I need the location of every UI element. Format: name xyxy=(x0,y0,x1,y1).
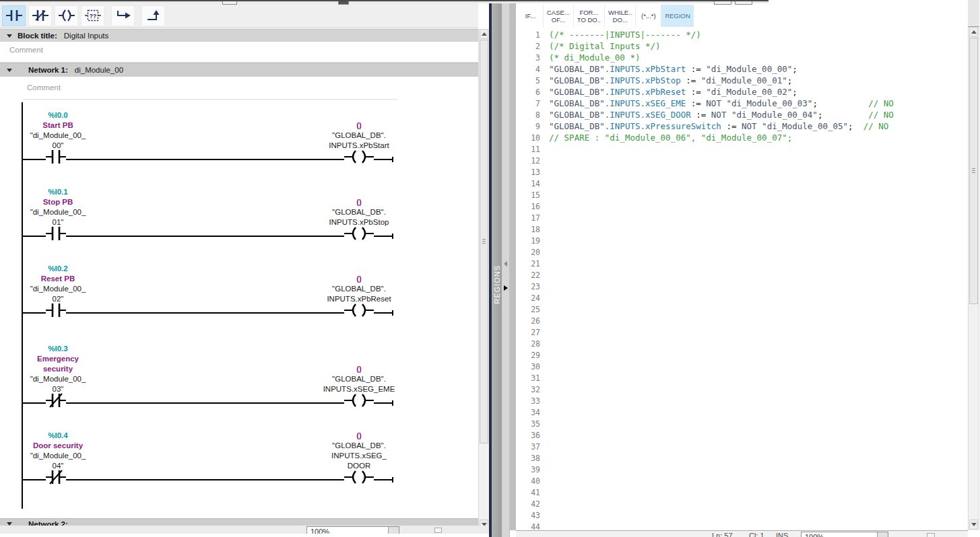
collapse-icon[interactable] xyxy=(7,34,12,38)
operand-tag[interactable]: 01" xyxy=(5,217,110,227)
coil-operand[interactable]: ()"GLOBAL_DB".INPUTS.xPbStart xyxy=(304,120,414,151)
coil-button[interactable] xyxy=(55,5,78,26)
scl-snippet-button-while[interactable]: WHILE..DO... xyxy=(605,5,636,27)
code-line[interactable]: 41 xyxy=(516,487,968,498)
nc-contact-symbol[interactable] xyxy=(46,468,66,489)
no-contact-symbol[interactable] xyxy=(46,301,66,322)
code-line[interactable]: 22 xyxy=(516,269,968,281)
operand-tag[interactable]: "GLOBAL_DB". xyxy=(304,131,414,141)
block-comment-field[interactable]: Comment xyxy=(0,42,478,63)
code-line[interactable]: 32 xyxy=(516,384,968,395)
scrollbar-thumb[interactable] xyxy=(480,40,488,443)
code-line[interactable]: 23 xyxy=(516,281,968,292)
scl-snippet-button-for[interactable]: FOR...TO DO.. xyxy=(574,5,605,27)
ladder-rung[interactable]: %I0.2Reset PB"di_Module_00_02"()"GLOBAL_… xyxy=(0,253,478,330)
operand-tag[interactable]: INPUTS.xSEG_ xyxy=(304,451,414,461)
code-line[interactable]: 17 xyxy=(516,212,968,223)
operand-address[interactable]: %I0.1 xyxy=(5,187,110,197)
code-line[interactable]: 5"GLOBAL_DB".INPUTS.xPbStop := "di_Modul… xyxy=(516,75,968,86)
ladder-rung[interactable]: %I0.0Start PB"di_Module_00_00"()"GLOBAL_… xyxy=(0,100,478,176)
coil-operand[interactable]: ()"GLOBAL_DB".INPUTS.xSEG_DOOR xyxy=(304,431,414,471)
code-line[interactable]: 33 xyxy=(516,395,968,406)
operand-tag[interactable]: "di_Module_00_ xyxy=(5,207,110,217)
code-line[interactable]: 30 xyxy=(516,361,968,372)
block-title-bar[interactable]: Block title: Digital Inputs xyxy=(0,29,478,42)
scl-snippet-button-region[interactable]: REGION xyxy=(661,5,693,27)
code-line[interactable]: 14 xyxy=(516,178,968,189)
code-line[interactable]: 38 xyxy=(516,452,968,464)
no-contact-symbol[interactable] xyxy=(46,148,66,168)
code-text[interactable]: "GLOBAL_DB".INPUTS.xSEG_EME := NOT "di_M… xyxy=(540,98,894,108)
code-line[interactable]: 4"GLOBAL_DB".INPUTS.xPbStart := "di_Modu… xyxy=(516,63,968,75)
operand-tag[interactable]: INPUTS.xPbStart xyxy=(304,141,414,151)
ladder-workspace[interactable]: %I0.0Start PB"di_Module_00_00"()"GLOBAL_… xyxy=(0,100,478,511)
code-text[interactable]: // SPARE : "di_Module_00_06", "di_Module… xyxy=(540,133,792,143)
coil-symbol[interactable] xyxy=(344,148,374,168)
collapse-right-icon[interactable] xyxy=(504,285,508,291)
chevron-down-icon[interactable] xyxy=(877,532,888,537)
code-line[interactable]: 36 xyxy=(516,429,968,441)
ladder-rung[interactable]: %I0.3Emergencysecurity"di_Module_00_03"(… xyxy=(0,330,478,420)
contact-operand[interactable]: %I0.3Emergencysecurity"di_Module_00_03" xyxy=(5,344,110,394)
code-line[interactable]: 40 xyxy=(516,475,968,487)
operand-tag[interactable]: 04" xyxy=(5,461,110,471)
ladder-rung[interactable]: %I0.1Stop PB"di_Module_00_01"()"GLOBAL_D… xyxy=(0,176,478,253)
scl-snippet-button-[interactable]: (*...*) xyxy=(636,5,661,27)
coil-symbol[interactable] xyxy=(344,301,374,322)
operand-tag[interactable]: 02" xyxy=(5,294,110,304)
operand-tag[interactable]: "di_Module_00_ xyxy=(5,284,110,294)
operand-tag[interactable]: "di_Module_00_ xyxy=(5,374,110,384)
lad-vertical-scrollbar[interactable] xyxy=(478,29,490,530)
scl-code-area[interactable]: 1(/* -------|INPUTS|------- */)2(/* Digi… xyxy=(516,29,968,530)
scl-snippet-button-case[interactable]: CASE...OF... xyxy=(544,5,574,27)
nc-contact-button[interactable] xyxy=(28,5,52,26)
code-line[interactable]: 19 xyxy=(516,235,968,246)
code-line[interactable]: 6"GLOBAL_DB".INPUTS.xPbReset := "di_Modu… xyxy=(516,86,968,98)
operand-tag[interactable]: DOOR xyxy=(304,461,414,471)
code-line[interactable]: 16 xyxy=(516,201,968,212)
code-line[interactable]: 7"GLOBAL_DB".INPUTS.xSEG_EME := NOT "di_… xyxy=(516,98,968,109)
operand-address[interactable]: %I0.2 xyxy=(5,264,110,274)
operand-tag[interactable]: "GLOBAL_DB". xyxy=(304,284,414,294)
contact-operand[interactable]: %I0.1Stop PB"di_Module_00_01" xyxy=(5,187,110,227)
operand-tag[interactable]: 00" xyxy=(5,141,110,151)
code-text[interactable]: (* di_Module_00 *) xyxy=(540,52,640,63)
breakpoint-gutter[interactable] xyxy=(510,3,516,530)
ladder-rung[interactable]: %I0.4Door security"di_Module_00_04"()"GL… xyxy=(0,420,478,497)
open-branch-button[interactable] xyxy=(111,5,135,26)
code-line[interactable]: 44 xyxy=(516,521,968,530)
code-line[interactable]: 43 xyxy=(516,509,968,521)
code-line[interactable]: 26 xyxy=(516,315,968,326)
close-branch-button[interactable] xyxy=(141,5,165,26)
operand-address[interactable]: %I0.0 xyxy=(5,110,110,120)
code-line[interactable]: 9"GLOBAL_DB".INPUTS.xPressureSwitch := N… xyxy=(516,120,968,132)
chevron-down-icon[interactable] xyxy=(388,527,399,534)
operand-tag[interactable]: INPUTS.xSEG_EME xyxy=(304,384,414,394)
code-line[interactable]: 27 xyxy=(516,326,968,338)
operand-tag[interactable]: INPUTS.xPbStop xyxy=(304,217,414,227)
coil-operand[interactable]: ()"GLOBAL_DB".INPUTS.xPbReset xyxy=(304,274,414,304)
block-title-value[interactable]: Digital Inputs xyxy=(64,32,108,40)
code-line[interactable]: 13 xyxy=(516,166,968,178)
operand-tag[interactable]: "di_Module_00_ xyxy=(5,131,110,141)
coil-symbol[interactable] xyxy=(344,468,374,489)
code-line[interactable]: 25 xyxy=(516,303,968,315)
lad-zoom-select[interactable]: 100% xyxy=(306,526,399,534)
operand-address[interactable]: %I0.3 xyxy=(5,344,110,354)
code-text[interactable]: "GLOBAL_DB".INPUTS.xSEG_DOOR := NOT "di_… xyxy=(540,110,894,120)
code-line[interactable]: 39 xyxy=(516,464,968,475)
zoom-slider-fragment[interactable] xyxy=(927,533,935,537)
coil-symbol[interactable] xyxy=(344,392,374,412)
code-text[interactable]: "GLOBAL_DB".INPUTS.xPbReset := "di_Modul… xyxy=(540,87,797,97)
code-line[interactable]: 42 xyxy=(516,498,968,509)
operand-tag[interactable]: INPUTS.xPbReset xyxy=(304,294,414,304)
code-line[interactable]: 3(* di_Module_00 *) xyxy=(516,52,968,63)
operand-address[interactable]: %I0.4 xyxy=(5,431,110,441)
code-line[interactable]: 35 xyxy=(516,418,968,429)
code-line[interactable]: 28 xyxy=(516,338,968,349)
code-text[interactable]: (/* -------|INPUTS|------- */) xyxy=(540,30,701,40)
code-line[interactable]: 21 xyxy=(516,258,968,269)
code-line[interactable]: 11 xyxy=(516,143,968,155)
collapse-icon[interactable] xyxy=(7,69,12,72)
network-1-title[interactable]: di_Module_00 xyxy=(75,66,123,74)
